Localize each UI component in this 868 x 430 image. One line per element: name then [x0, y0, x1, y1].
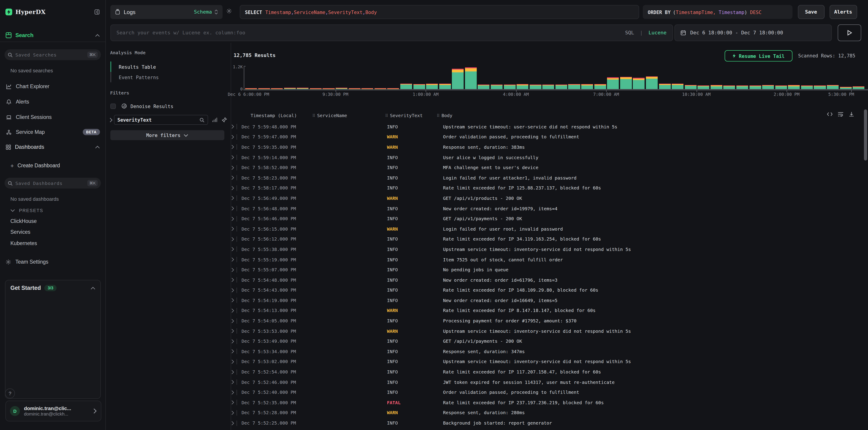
user-card[interactable]: D dominic.tran@clic... dominic.tran@clic… — [5, 401, 101, 421]
chevron-up-icon[interactable] — [95, 145, 100, 148]
expand-row-chevron-icon[interactable] — [231, 318, 240, 324]
histogram-bar[interactable] — [426, 84, 438, 89]
sidebar-item-alerts[interactable]: Alerts — [0, 95, 105, 108]
table-row[interactable]: Dec 7 5:59:35.000 PMWARNResponse sent, d… — [231, 142, 862, 152]
histogram-bar[interactable] — [749, 86, 761, 89]
resume-live-tail-button[interactable]: Resume Live Tail — [724, 50, 793, 62]
table-row[interactable]: Dec 7 5:56:48.000 PMINFONew order create… — [231, 203, 862, 213]
expand-row-chevron-icon[interactable] — [231, 277, 240, 283]
sidebar-item-dashboards[interactable]: Dashboards — [0, 141, 105, 153]
histogram-bar[interactable] — [452, 69, 464, 89]
table-row[interactable]: Dec 7 5:52:28.000 PMWARNResponse sent, d… — [231, 408, 862, 418]
wrap-lines-icon[interactable] — [838, 112, 844, 117]
preset-clickhouse[interactable]: ClickHouse — [0, 217, 105, 225]
histogram-bar[interactable] — [504, 85, 516, 89]
histogram-bar[interactable] — [413, 84, 425, 89]
source-selector[interactable]: Logs Schema — [110, 5, 222, 19]
denoise-checkbox[interactable] — [110, 103, 116, 109]
source-settings-gear-icon[interactable] — [226, 8, 232, 14]
histogram-bar[interactable] — [633, 78, 645, 89]
save-button[interactable]: Save — [798, 5, 824, 19]
expand-row-chevron-icon[interactable] — [231, 257, 240, 262]
expand-row-chevron-icon[interactable] — [231, 134, 240, 140]
chevron-up-icon[interactable] — [90, 287, 95, 290]
histogram-bar[interactable] — [465, 67, 477, 89]
histogram-bar[interactable] — [491, 84, 502, 89]
severity-facet-search[interactable]: SeverityText — [114, 115, 208, 125]
create-dashboard-button[interactable]: + Create Dashboard — [0, 161, 105, 170]
column-header-timestamp[interactable]: Timestamp (Local) — [240, 113, 312, 118]
expand-row-chevron-icon[interactable] — [231, 379, 240, 385]
table-row[interactable]: Dec 7 5:53:49.000 PMINFOGET /api/v1/paym… — [231, 336, 862, 346]
table-row[interactable]: Dec 7 5:54:05.000 PMINFOProcessing payme… — [231, 316, 862, 326]
histogram-bar[interactable] — [801, 86, 813, 89]
histogram-bar[interactable] — [762, 85, 774, 89]
expand-row-chevron-icon[interactable] — [231, 144, 240, 150]
histogram-bar[interactable] — [646, 76, 658, 89]
expand-row-chevron-icon[interactable] — [231, 349, 240, 354]
table-row[interactable]: Dec 7 5:58:52.000 PMINFOMFA challenge se… — [231, 163, 862, 173]
mode-event-patterns[interactable]: Event Patterns — [110, 72, 224, 82]
more-filters-button[interactable]: More filters — [110, 130, 224, 140]
expand-row-chevron-icon[interactable] — [231, 124, 240, 130]
histogram-bar[interactable] — [685, 85, 696, 89]
table-row[interactable]: Dec 7 5:55:07.000 PMINFONo pending jobs … — [231, 265, 862, 275]
histogram-bar[interactable] — [723, 85, 735, 89]
expand-row-chevron-icon[interactable] — [231, 308, 240, 313]
expand-row-chevron-icon[interactable] — [231, 288, 240, 293]
preset-kubernetes[interactable]: Kubernetes — [0, 239, 105, 247]
expand-row-chevron-icon[interactable] — [231, 400, 240, 405]
order-by-chip[interactable]: ORDER BY (TimestampTime, Timestamp) DESC — [643, 5, 793, 19]
lucene-option[interactable]: Lucene — [649, 30, 667, 36]
expand-row-chevron-icon[interactable] — [231, 410, 240, 416]
table-row[interactable]: Dec 7 5:58:17.000 PMINFORate limit excee… — [231, 183, 862, 193]
histogram-bar[interactable] — [439, 84, 451, 89]
table-row[interactable]: Dec 7 5:53:34.000 PMINFOResponse sent, d… — [231, 346, 862, 357]
histogram-bar[interactable] — [529, 84, 541, 89]
column-header-servicename[interactable]: ⠿ ServiceName — [312, 113, 385, 118]
sidebar-item-service-map[interactable]: Service Map BETA — [0, 126, 105, 138]
expand-row-chevron-icon[interactable] — [231, 359, 240, 364]
table-row[interactable]: Dec 7 5:59:47.000 PMWARNOrder validation… — [231, 132, 862, 142]
expand-row-chevron-icon[interactable] — [231, 216, 240, 221]
alerts-button[interactable]: Alerts — [829, 5, 857, 19]
table-row[interactable]: Dec 7 5:52:25.000 PMINFOBackground job s… — [231, 418, 862, 428]
table-row[interactable]: Dec 7 5:59:48.000 PMINFOUpstream service… — [231, 122, 862, 132]
column-header-severitytext[interactable]: ⠿ SeverityText — [385, 113, 437, 118]
sidebar-item-search[interactable]: Search — [0, 31, 105, 40]
histogram-bar[interactable] — [581, 84, 593, 89]
saved-searches-input[interactable]: Saved Searches ⌘K — [4, 49, 101, 60]
table-row[interactable]: Dec 7 5:52:35.000 PMFATALRate limit exce… — [231, 397, 862, 408]
sql-option[interactable]: SQL — [625, 30, 634, 36]
table-row[interactable]: Dec 7 5:56:12.000 PMINFORate limit excee… — [231, 234, 862, 244]
table-row[interactable]: Dec 7 5:56:15.000 PMWARNLogin failed for… — [231, 224, 862, 234]
expand-row-chevron-icon[interactable] — [231, 267, 240, 272]
preset-services[interactable]: Services — [0, 228, 105, 236]
table-row[interactable]: Dec 7 5:56:49.000 PMWARNGET /api/v1/prod… — [231, 193, 862, 203]
histogram-bar[interactable] — [852, 87, 864, 89]
histogram-bar[interactable] — [594, 84, 606, 89]
histogram-bar[interactable] — [814, 85, 826, 89]
table-row[interactable]: Dec 7 5:55:19.000 PMINFOItem 7525 out of… — [231, 254, 862, 265]
expand-row-chevron-icon[interactable] — [231, 155, 240, 160]
histogram-bar[interactable] — [827, 85, 839, 89]
histogram-bar[interactable] — [736, 85, 748, 89]
expand-row-chevron-icon[interactable] — [231, 390, 240, 395]
column-header-body[interactable]: ⠿ Body — [437, 113, 862, 118]
chevron-up-icon[interactable] — [95, 34, 100, 37]
presets-toggle[interactable]: PRESETS — [0, 208, 105, 213]
expand-row-chevron-icon[interactable] — [231, 420, 240, 426]
table-row[interactable]: Dec 7 5:56:46.000 PMINFOGET /api/v1/paym… — [231, 213, 862, 224]
query-language-toggle[interactable]: SQL | Lucene — [625, 30, 666, 36]
table-row[interactable]: Dec 7 5:59:14.000 PMINFOUser alice_w log… — [231, 153, 862, 163]
table-row[interactable]: Dec 7 5:53:53.000 PMWARNUpstream service… — [231, 326, 862, 336]
help-button[interactable]: ? — [5, 388, 15, 398]
events-histogram[interactable]: 1.2K 0 Dec 6 6:00:00 PM9:30:00 PM1:00:00… — [231, 65, 868, 97]
table-row[interactable]: Dec 7 5:55:38.000 PMINFOUpstream service… — [231, 244, 862, 254]
histogram-bars[interactable] — [245, 67, 864, 89]
histogram-bar[interactable] — [711, 85, 722, 89]
chevron-right-icon[interactable] — [109, 117, 113, 122]
facet-chart-icon[interactable] — [212, 117, 217, 123]
table-row[interactable]: Dec 7 5:52:46.000 PMINFOJWT token expire… — [231, 377, 862, 387]
expand-row-chevron-icon[interactable] — [231, 165, 240, 170]
